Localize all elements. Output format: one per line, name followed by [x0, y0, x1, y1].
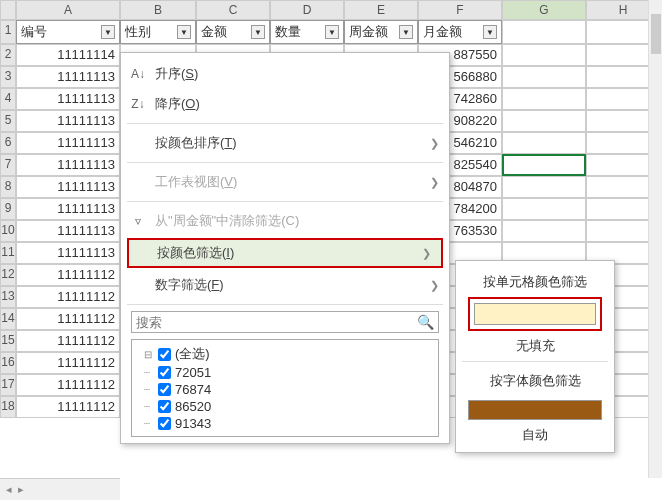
separator: [127, 201, 443, 202]
vertical-scrollbar[interactable]: [648, 0, 662, 478]
search-field[interactable]: 🔍: [131, 311, 439, 333]
cell[interactable]: 11111112: [16, 330, 120, 352]
filter-by-color[interactable]: 按颜色筛选(I)❯: [127, 238, 443, 268]
col-header[interactable]: C: [196, 0, 270, 20]
col-header[interactable]: A: [16, 0, 120, 20]
cell[interactable]: [502, 66, 586, 88]
cell[interactable]: [502, 176, 586, 198]
cell[interactable]: 11111113: [16, 110, 120, 132]
corner-cell[interactable]: [0, 0, 16, 20]
cell[interactable]: 11111112: [16, 396, 120, 418]
tree-item[interactable]: ┈76874: [138, 381, 432, 398]
cell[interactable]: [502, 44, 586, 66]
tree-item[interactable]: ⊟(全选): [138, 344, 432, 364]
tab-nav-icon[interactable]: ◂: [6, 483, 12, 496]
dropdown-icon[interactable]: ▼: [325, 25, 339, 39]
checkbox[interactable]: [158, 400, 171, 413]
row-header[interactable]: 2: [0, 44, 16, 66]
row-header[interactable]: 9: [0, 198, 16, 220]
sort-by-color[interactable]: 按颜色排序(T)❯: [121, 128, 449, 158]
scrollbar-thumb[interactable]: [651, 14, 661, 54]
cell[interactable]: 11111113: [16, 88, 120, 110]
cell[interactable]: [502, 132, 586, 154]
filter-header-A[interactable]: 编号▼: [16, 20, 120, 44]
col-header[interactable]: E: [344, 0, 418, 20]
tree-item[interactable]: ┈72051: [138, 364, 432, 381]
col-header[interactable]: D: [270, 0, 344, 20]
row-header[interactable]: 17: [0, 374, 16, 396]
swatch-yellow[interactable]: [474, 303, 596, 325]
cell[interactable]: 11111112: [16, 264, 120, 286]
cell[interactable]: 11111113: [16, 176, 120, 198]
no-fill-option[interactable]: 无填充: [462, 337, 608, 355]
filter-header-B[interactable]: 性别▼: [120, 20, 196, 44]
cell[interactable]: [502, 20, 586, 44]
chevron-right-icon: ❯: [430, 137, 439, 150]
dropdown-icon[interactable]: ▼: [483, 25, 497, 39]
row-header[interactable]: 5: [0, 110, 16, 132]
cell[interactable]: 11111113: [16, 242, 120, 264]
cell[interactable]: [502, 88, 586, 110]
cell[interactable]: [502, 110, 586, 132]
filter-header-F[interactable]: 月金额▼: [418, 20, 502, 44]
row-header[interactable]: 1: [0, 20, 16, 44]
cell[interactable]: 11111112: [16, 352, 120, 374]
auto-option[interactable]: 自动: [462, 426, 608, 444]
tree-item[interactable]: ┈86520: [138, 398, 432, 415]
cell[interactable]: 11111113: [16, 132, 120, 154]
separator: [127, 304, 443, 305]
row-header[interactable]: 4: [0, 88, 16, 110]
filter-header-C[interactable]: 金额▼: [196, 20, 270, 44]
row-header[interactable]: 7: [0, 154, 16, 176]
active-cell[interactable]: [502, 154, 586, 176]
checkbox[interactable]: [158, 366, 171, 379]
sort-asc[interactable]: A↓升序(S): [121, 59, 449, 89]
sort-desc[interactable]: Z↓降序(O): [121, 89, 449, 119]
search-icon: 🔍: [417, 314, 434, 330]
cell[interactable]: 11111113: [16, 66, 120, 88]
row-header[interactable]: 15: [0, 330, 16, 352]
col-header[interactable]: B: [120, 0, 196, 20]
swatch-brown[interactable]: [468, 400, 602, 420]
cell[interactable]: 11111112: [16, 374, 120, 396]
row-header[interactable]: 13: [0, 286, 16, 308]
checkbox[interactable]: [158, 417, 171, 430]
tab-nav-icon[interactable]: ▸: [18, 483, 24, 496]
row-header[interactable]: 10: [0, 220, 16, 242]
sheet-tabs[interactable]: ◂▸: [0, 478, 120, 500]
tree-dash: ┈: [144, 384, 154, 395]
row-header[interactable]: 16: [0, 352, 16, 374]
filter-header-D[interactable]: 数量▼: [270, 20, 344, 44]
cell[interactable]: [502, 198, 586, 220]
dropdown-icon[interactable]: ▼: [101, 25, 115, 39]
row-header[interactable]: 6: [0, 132, 16, 154]
dropdown-icon[interactable]: ▼: [251, 25, 265, 39]
row-header[interactable]: 14: [0, 308, 16, 330]
checkbox[interactable]: [158, 383, 171, 396]
row-header[interactable]: 3: [0, 66, 16, 88]
sheet-view: 工作表视图(V)❯: [121, 167, 449, 197]
row-header[interactable]: 18: [0, 396, 16, 418]
filter-header-E[interactable]: 周金额▼: [344, 20, 418, 44]
tree-item[interactable]: ┈91343: [138, 415, 432, 432]
dropdown-icon[interactable]: ▼: [177, 25, 191, 39]
cell[interactable]: 11111113: [16, 198, 120, 220]
col-header-selected[interactable]: G: [502, 0, 586, 20]
checkbox[interactable]: [158, 348, 171, 361]
collapse-icon[interactable]: ⊟: [144, 349, 154, 360]
cell[interactable]: 11111114: [16, 44, 120, 66]
search-input[interactable]: [136, 315, 417, 330]
number-filter[interactable]: 数字筛选(F)❯: [121, 270, 449, 300]
cell[interactable]: 11111112: [16, 308, 120, 330]
row-header[interactable]: 11: [0, 242, 16, 264]
row-header[interactable]: 8: [0, 176, 16, 198]
color-swatch-highlighted[interactable]: [468, 297, 602, 331]
col-header[interactable]: F: [418, 0, 502, 20]
cell[interactable]: [502, 220, 586, 242]
dropdown-icon[interactable]: ▼: [399, 25, 413, 39]
filter-values-tree[interactable]: ⊟(全选) ┈72051 ┈76874 ┈86520 ┈91343: [131, 339, 439, 437]
row-header[interactable]: 12: [0, 264, 16, 286]
cell[interactable]: 11111112: [16, 286, 120, 308]
cell[interactable]: 11111113: [16, 220, 120, 242]
cell[interactable]: 11111113: [16, 154, 120, 176]
